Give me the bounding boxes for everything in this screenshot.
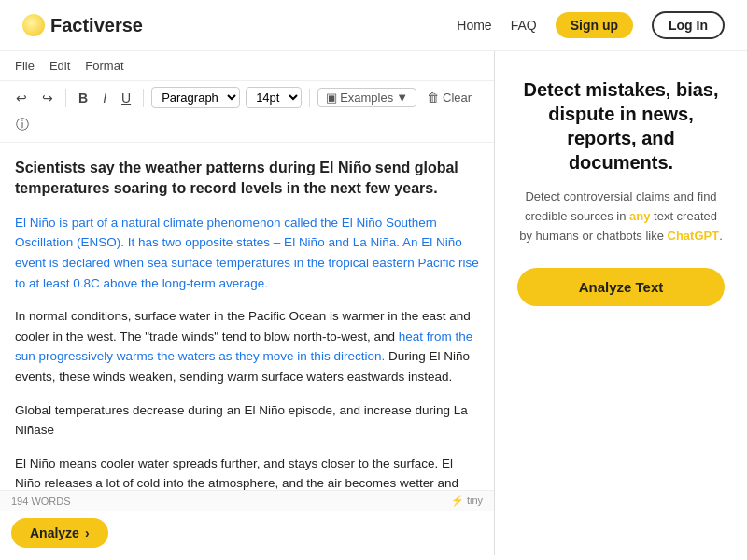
- examples-button[interactable]: ▣ Examples ▼: [317, 88, 416, 107]
- editor-content[interactable]: Scientists say the weather patterns duri…: [0, 143, 494, 490]
- main-layout: File Edit Format ↩ ↪ B I U Paragraph 14p…: [0, 51, 747, 555]
- menu-file[interactable]: File: [15, 59, 35, 73]
- status-bar: 194 WORDS ⚡ tiny: [0, 490, 494, 511]
- chevron-right-icon: ›: [85, 525, 90, 540]
- login-button[interactable]: Log In: [652, 11, 725, 39]
- logo-text: Factiverse: [50, 15, 143, 36]
- undo-button[interactable]: ↩: [11, 88, 32, 108]
- logo-icon: [22, 14, 45, 36]
- editor-paragraph-4: El Niño means cooler water spreads furth…: [15, 454, 479, 490]
- toolbar-separator-2: [143, 89, 144, 107]
- menu-bar: File Edit Format: [0, 51, 494, 81]
- analyze-button[interactable]: Analyze ›: [11, 518, 108, 548]
- paragraph-select[interactable]: Paragraph: [151, 87, 240, 108]
- fontsize-select[interactable]: 14pt: [246, 87, 302, 108]
- italic-button[interactable]: I: [98, 88, 111, 108]
- chevron-down-icon: ▼: [396, 91, 408, 105]
- editor-paragraph-3: Global temperatures decrease during an E…: [15, 400, 479, 441]
- trash-icon: 🗑: [427, 91, 439, 105]
- word-count: 194 WORDS: [11, 496, 71, 507]
- powered-by: ⚡ tiny: [451, 495, 483, 507]
- nav-home[interactable]: Home: [457, 18, 491, 33]
- editor-panel: File Edit Format ↩ ↪ B I U Paragraph 14p…: [0, 51, 495, 555]
- redo-button[interactable]: ↪: [37, 88, 58, 108]
- analyze-text-button[interactable]: Analyze Text: [517, 268, 725, 306]
- editor-headline: Scientists say the weather patterns duri…: [15, 158, 479, 200]
- clear-button[interactable]: 🗑 Clear: [422, 88, 476, 107]
- nav-faq[interactable]: FAQ: [511, 18, 537, 33]
- menu-format[interactable]: Format: [85, 59, 123, 73]
- help-button[interactable]: ⓘ: [11, 114, 34, 136]
- nav: Home FAQ Sign up Log In: [457, 11, 725, 39]
- toolbar: ↩ ↪ B I U Paragraph 14pt ▣ Examples ▼ 🗑 …: [0, 81, 494, 143]
- logo: Factiverse: [22, 14, 143, 36]
- header: Factiverse Home FAQ Sign up Log In: [0, 0, 747, 51]
- editor-paragraph-1: El Niño is part of a natural climate phe…: [15, 213, 479, 293]
- right-panel: Detect mistakes, bias, dispute in news, …: [495, 51, 747, 555]
- editor-paragraph-2: In normal conditions, surface water in t…: [15, 306, 479, 386]
- signup-button[interactable]: Sign up: [556, 12, 633, 38]
- toolbar-separator-3: [309, 89, 310, 107]
- bold-button[interactable]: B: [74, 88, 92, 108]
- tiny-icon: ⚡: [451, 495, 464, 506]
- underline-button[interactable]: U: [117, 88, 135, 108]
- menu-edit[interactable]: Edit: [49, 59, 70, 73]
- template-icon: ▣: [326, 91, 337, 105]
- toolbar-separator-1: [65, 89, 66, 107]
- right-panel-title: Detect mistakes, bias, dispute in news, …: [517, 77, 725, 175]
- right-panel-description: Detect controversial claims and find cre…: [517, 188, 725, 245]
